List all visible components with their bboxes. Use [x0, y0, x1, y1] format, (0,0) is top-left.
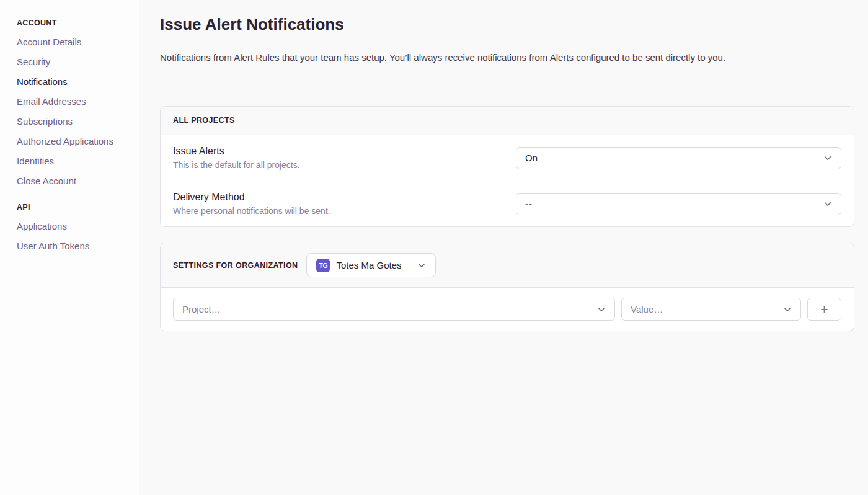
delivery-method-help: Where personal notifications will be sen… — [173, 206, 330, 216]
sidebar-item-user-auth-tokens[interactable]: User Auth Tokens — [17, 241, 133, 251]
plus-icon: + — [820, 303, 828, 316]
sidebar-item-applications[interactable]: Applications — [17, 221, 133, 231]
value-select[interactable]: Value… — [621, 298, 801, 321]
page-description: Notifications from Alert Rules that your… — [160, 52, 854, 63]
sidebar-item-subscriptions[interactable]: Subscriptions — [17, 117, 133, 126]
sidebar-item-close-account[interactable]: Close Account — [17, 176, 133, 185]
sidebar-item-security[interactable]: Security — [17, 57, 133, 66]
chevron-down-icon — [597, 305, 606, 314]
chevron-down-icon — [417, 261, 426, 270]
all-projects-panel: ALL PROJECTS Issue Alerts This is the de… — [160, 106, 854, 227]
value-select-placeholder: Value… — [631, 304, 663, 314]
settings-app: ACCOUNT Account Details Security Notific… — [0, 0, 868, 495]
settings-sidebar: ACCOUNT Account Details Security Notific… — [0, 0, 140, 495]
sidebar-section-account: ACCOUNT Account Details Security Notific… — [17, 19, 133, 185]
chevron-down-icon — [823, 154, 832, 163]
delivery-method-row: Delivery Method Where personal notificat… — [161, 181, 854, 226]
all-projects-panel-header: ALL PROJECTS — [161, 107, 854, 135]
organization-panel-header: SETTINGS FOR ORGANIZATION TG Totes Ma Go… — [161, 243, 854, 288]
issue-alerts-row: Issue Alerts This is the default for all… — [161, 135, 854, 181]
project-select[interactable]: Project… — [173, 298, 615, 321]
chevron-down-icon — [783, 305, 792, 314]
issue-alerts-label: Issue Alerts — [173, 145, 300, 158]
settings-for-organization-label: SETTINGS FOR ORGANIZATION — [173, 261, 298, 270]
project-select-placeholder: Project… — [182, 304, 221, 314]
delivery-method-select-value: -- — [525, 198, 533, 209]
organization-name: Totes Ma Gotes — [336, 260, 401, 270]
sidebar-item-identities[interactable]: Identities — [17, 156, 133, 166]
delivery-method-label: Delivery Method — [173, 191, 330, 203]
sidebar-heading-api: API — [17, 203, 133, 212]
issue-alerts-select[interactable]: On — [516, 147, 841, 169]
sidebar-heading-account: ACCOUNT — [17, 19, 133, 27]
organization-settings-panel: SETTINGS FOR ORGANIZATION TG Totes Ma Go… — [160, 243, 854, 331]
chevron-down-icon — [823, 200, 832, 208]
add-project-setting-button[interactable]: + — [807, 298, 841, 321]
project-fine-tune-row: Project… Value… + — [161, 288, 854, 331]
issue-alerts-select-value: On — [525, 153, 538, 163]
issue-alerts-label-group: Issue Alerts This is the default for all… — [173, 145, 300, 171]
sidebar-item-email-addresses[interactable]: Email Addresses — [17, 97, 133, 106]
organization-picker[interactable]: TG Totes Ma Gotes — [306, 253, 436, 277]
sidebar-item-authorized-applications[interactable]: Authorized Applications — [17, 136, 133, 146]
sidebar-item-account-details[interactable]: Account Details — [17, 37, 133, 47]
page-title: Issue Alert Notifications — [160, 16, 854, 33]
delivery-method-label-group: Delivery Method Where personal notificat… — [173, 191, 330, 216]
issue-alerts-help: This is the default for all projects. — [173, 160, 300, 171]
sidebar-section-api: API Applications User Auth Tokens — [17, 203, 133, 251]
delivery-method-select[interactable]: -- — [516, 193, 841, 215]
organization-avatar: TG — [316, 259, 330, 272]
main-content: Issue Alert Notifications Notifications … — [140, 0, 868, 495]
sidebar-item-notifications[interactable]: Notifications — [17, 77, 133, 86]
